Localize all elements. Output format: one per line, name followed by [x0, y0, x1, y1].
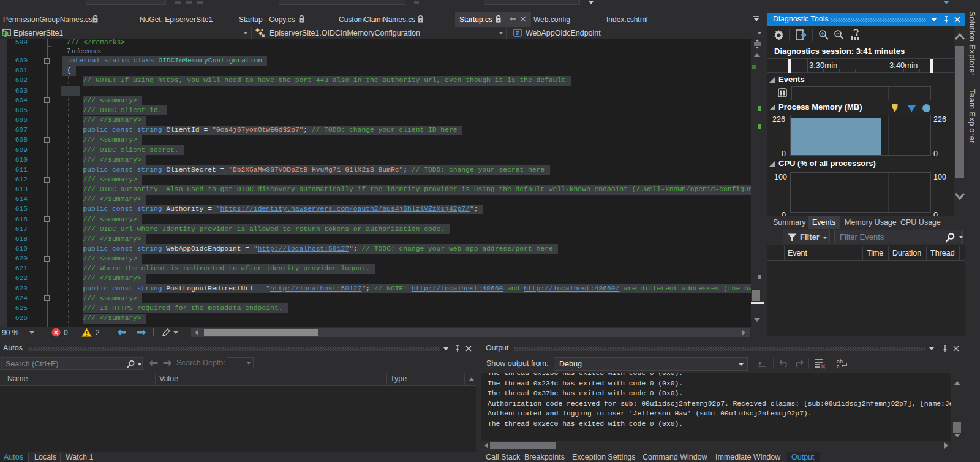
svg-text:c: c: [837, 363, 840, 369]
